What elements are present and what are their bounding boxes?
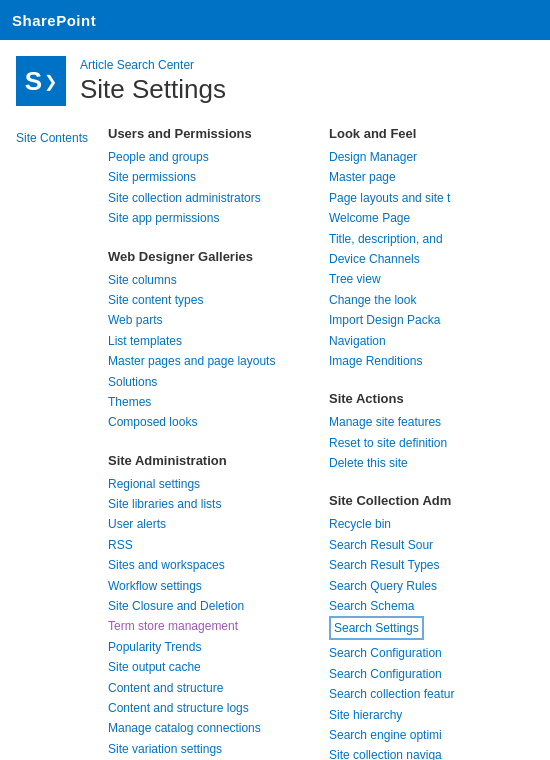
section-title: Site Actions bbox=[329, 391, 542, 406]
settings-section: Look and FeelDesign ManagerMaster pagePa… bbox=[329, 126, 542, 371]
section-link-content-and-structure-logs[interactable]: Content and structure logs bbox=[108, 698, 321, 718]
right-settings-column: Look and FeelDesign ManagerMaster pagePa… bbox=[325, 126, 546, 760]
section-link-search-configuration[interactable]: Search Configuration bbox=[329, 643, 542, 663]
brand-label: SharePoint bbox=[12, 12, 96, 29]
section-link-recycle-bin[interactable]: Recycle bin bbox=[329, 514, 542, 534]
main-content: Site Contents Users and PermissionsPeopl… bbox=[0, 114, 550, 760]
section-link-import-design-packa[interactable]: Import Design Packa bbox=[329, 310, 542, 330]
settings-section: Site AdministrationRegional settingsSite… bbox=[108, 453, 321, 760]
section-link-master-pages-and-page-layouts[interactable]: Master pages and page layouts bbox=[108, 351, 321, 371]
section-link-regional-settings[interactable]: Regional settings bbox=[108, 474, 321, 494]
section-title: Users and Permissions bbox=[108, 126, 321, 141]
section-link-search-settings[interactable]: Search Settings bbox=[329, 616, 424, 640]
section-link-tree-view[interactable]: Tree view bbox=[329, 269, 542, 289]
section-link-people-and-groups[interactable]: People and groups bbox=[108, 147, 321, 167]
section-link-site-hierarchy[interactable]: Site hierarchy bbox=[329, 705, 542, 725]
section-link-title,-description,-and[interactable]: Title, description, and bbox=[329, 229, 542, 249]
site-label: Article Search Center bbox=[80, 58, 226, 72]
top-bar: SharePoint bbox=[0, 0, 550, 40]
section-link-welcome-page[interactable]: Welcome Page bbox=[329, 208, 542, 228]
section-link-site-collection-administrators[interactable]: Site collection administrators bbox=[108, 188, 321, 208]
section-link-master-page[interactable]: Master page bbox=[329, 167, 542, 187]
section-link-site-variation-settings[interactable]: Site variation settings bbox=[108, 739, 321, 759]
section-title: Site Administration bbox=[108, 453, 321, 468]
section-link-workflow-settings[interactable]: Workflow settings bbox=[108, 576, 321, 596]
section-link-search-result-types[interactable]: Search Result Types bbox=[329, 555, 542, 575]
left-sidebar: Site Contents bbox=[0, 122, 100, 760]
section-link-sites-and-workspaces[interactable]: Sites and workspaces bbox=[108, 555, 321, 575]
section-link-reset-to-site-definition[interactable]: Reset to site definition bbox=[329, 433, 542, 453]
section-link-site-closure-and-deletion[interactable]: Site Closure and Deletion bbox=[108, 596, 321, 616]
left-settings-column: Users and PermissionsPeople and groupsSi… bbox=[104, 126, 325, 760]
section-link-site-columns[interactable]: Site columns bbox=[108, 270, 321, 290]
section-link-user-alerts[interactable]: User alerts bbox=[108, 514, 321, 534]
section-link-navigation[interactable]: Navigation bbox=[329, 331, 542, 351]
section-link-search-query-rules[interactable]: Search Query Rules bbox=[329, 576, 542, 596]
section-link-image-renditions[interactable]: Image Renditions bbox=[329, 351, 542, 371]
page-title: Site Settings bbox=[80, 74, 226, 105]
settings-section: Site ActionsManage site featuresReset to… bbox=[329, 391, 542, 473]
section-link-term-store-management[interactable]: Term store management bbox=[108, 616, 321, 636]
section-link-device-channels[interactable]: Device Channels bbox=[329, 249, 542, 269]
settings-section: Site Collection AdmRecycle binSearch Res… bbox=[329, 493, 542, 760]
section-link-list-templates[interactable]: List templates bbox=[108, 331, 321, 351]
section-link-site-content-types[interactable]: Site content types bbox=[108, 290, 321, 310]
section-link-themes[interactable]: Themes bbox=[108, 392, 321, 412]
section-link-page-layouts-and-site-t[interactable]: Page layouts and site t bbox=[329, 188, 542, 208]
section-link-manage-site-features[interactable]: Manage site features bbox=[329, 412, 542, 432]
section-link-design-manager[interactable]: Design Manager bbox=[329, 147, 542, 167]
section-link-content-and-structure[interactable]: Content and structure bbox=[108, 678, 321, 698]
section-link-rss[interactable]: RSS bbox=[108, 535, 321, 555]
site-title-area: Article Search Center Site Settings bbox=[80, 58, 226, 105]
section-link-search-configuration[interactable]: Search Configuration bbox=[329, 664, 542, 684]
logo-s: S bbox=[25, 66, 42, 97]
logo-box: S ❯ bbox=[16, 56, 66, 106]
section-link-solutions[interactable]: Solutions bbox=[108, 372, 321, 392]
section-title: Site Collection Adm bbox=[329, 493, 542, 508]
section-link-search-result-sour[interactable]: Search Result Sour bbox=[329, 535, 542, 555]
section-link-search-schema[interactable]: Search Schema bbox=[329, 596, 542, 616]
section-link-web-parts[interactable]: Web parts bbox=[108, 310, 321, 330]
section-link-search-engine-optimi[interactable]: Search engine optimi bbox=[329, 725, 542, 745]
section-link-composed-looks[interactable]: Composed looks bbox=[108, 412, 321, 432]
section-link-delete-this-site[interactable]: Delete this site bbox=[329, 453, 542, 473]
header-section: S ❯ Article Search Center Site Settings bbox=[0, 40, 550, 114]
section-link-manage-catalog-connections[interactable]: Manage catalog connections bbox=[108, 718, 321, 738]
section-title: Look and Feel bbox=[329, 126, 542, 141]
settings-section: Users and PermissionsPeople and groupsSi… bbox=[108, 126, 321, 229]
site-contents-link[interactable]: Site Contents bbox=[16, 131, 88, 145]
logo-arrow: ❯ bbox=[44, 72, 57, 91]
section-link-site-permissions[interactable]: Site permissions bbox=[108, 167, 321, 187]
section-link-search-collection-featur[interactable]: Search collection featur bbox=[329, 684, 542, 704]
section-link-change-the-look[interactable]: Change the look bbox=[329, 290, 542, 310]
section-link-site-libraries-and-lists[interactable]: Site libraries and lists bbox=[108, 494, 321, 514]
section-link-site-collection-naviga[interactable]: Site collection naviga bbox=[329, 745, 542, 760]
section-link-site-output-cache[interactable]: Site output cache bbox=[108, 657, 321, 677]
section-link-popularity-trends[interactable]: Popularity Trends bbox=[108, 637, 321, 657]
settings-area: Users and PermissionsPeople and groupsSi… bbox=[100, 122, 550, 760]
section-title: Web Designer Galleries bbox=[108, 249, 321, 264]
settings-section: Web Designer GalleriesSite columnsSite c… bbox=[108, 249, 321, 433]
section-link-site-app-permissions[interactable]: Site app permissions bbox=[108, 208, 321, 228]
